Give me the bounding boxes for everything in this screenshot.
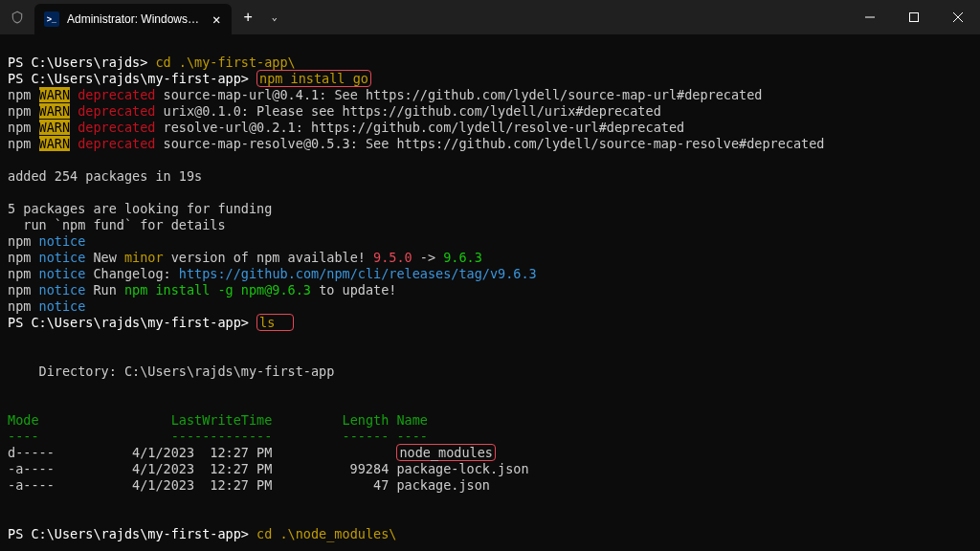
tab-dropdown-button[interactable]: ⌄ bbox=[264, 11, 285, 23]
column-header: Name bbox=[396, 412, 428, 428]
output-text: source-map-url@0.4.1: See https://github… bbox=[155, 87, 762, 102]
command: npm install go bbox=[259, 71, 368, 86]
minimize-button[interactable] bbox=[848, 0, 892, 34]
close-window-button[interactable] bbox=[936, 0, 980, 34]
highlight-box: node_modules bbox=[396, 444, 496, 461]
prompt: PS C:\Users\rajds\my-first-app> bbox=[8, 526, 256, 541]
new-version: 9.6.3 bbox=[443, 250, 482, 265]
new-tab-button[interactable]: + bbox=[232, 9, 263, 26]
command: cd .\node_modules\ bbox=[256, 526, 396, 541]
column-header: Mode bbox=[8, 412, 39, 428]
highlight-box: npm install go bbox=[256, 70, 371, 87]
prompt: PS C:\Users\rajds> bbox=[8, 55, 155, 70]
close-icon[interactable]: ✕ bbox=[209, 11, 224, 28]
tab-active[interactable]: >_ Administrator: Windows Powe… ✕ bbox=[34, 4, 232, 34]
column-header: LastWriteTime bbox=[171, 412, 273, 428]
terminal-output[interactable]: PS C:\Users\rajds> cd .\my-first-app\ PS… bbox=[0, 34, 980, 546]
output-text: run `npm fund` for details bbox=[8, 217, 226, 232]
powershell-icon: >_ bbox=[44, 11, 59, 27]
warn-badge: WARN bbox=[39, 87, 71, 102]
notice-label: notice bbox=[39, 233, 86, 249]
warn-badge: WARN bbox=[39, 120, 71, 135]
shield-icon bbox=[0, 0, 34, 34]
update-command: npm install -g npm@9.6.3 bbox=[124, 282, 311, 298]
highlight-box: ls bbox=[256, 314, 294, 331]
list-item: -a---- 4/1/2023 12:27 PM 47 bbox=[8, 477, 396, 493]
warn-badge: WARN bbox=[39, 136, 71, 151]
output-text: added 254 packages in 19s bbox=[8, 168, 202, 184]
svg-rect-1 bbox=[910, 13, 919, 22]
prompt: PS C:\Users\rajds\my-first-app> bbox=[8, 71, 256, 86]
output-text: 5 packages are looking for funding bbox=[8, 201, 272, 216]
command: ls bbox=[259, 315, 275, 330]
list-item: d----- 4/1/2023 12:27 PM bbox=[8, 445, 396, 460]
maximize-button[interactable] bbox=[892, 0, 936, 34]
output-text: npm bbox=[8, 87, 39, 102]
prompt: PS C:\Users\rajds\my-first-app> bbox=[8, 315, 256, 330]
command: cd .\my-first-app\ bbox=[155, 55, 295, 70]
window-controls bbox=[848, 0, 980, 34]
directory-header: Directory: C:\Users\rajds\my-first-app bbox=[8, 364, 334, 379]
list-item: -a---- 4/1/2023 12:27 PM 99284 bbox=[8, 461, 396, 476]
deprecated-label: deprecated bbox=[78, 87, 155, 102]
tab-title: Administrator: Windows Powe… bbox=[67, 12, 201, 26]
changelog-url: https://github.com/npm/cli/releases/tag/… bbox=[179, 266, 537, 281]
titlebar: >_ Administrator: Windows Powe… ✕ + ⌄ bbox=[0, 0, 980, 34]
old-version: 9.5.0 bbox=[373, 250, 412, 265]
column-header: Length bbox=[343, 412, 390, 428]
warn-badge: WARN bbox=[39, 103, 71, 119]
